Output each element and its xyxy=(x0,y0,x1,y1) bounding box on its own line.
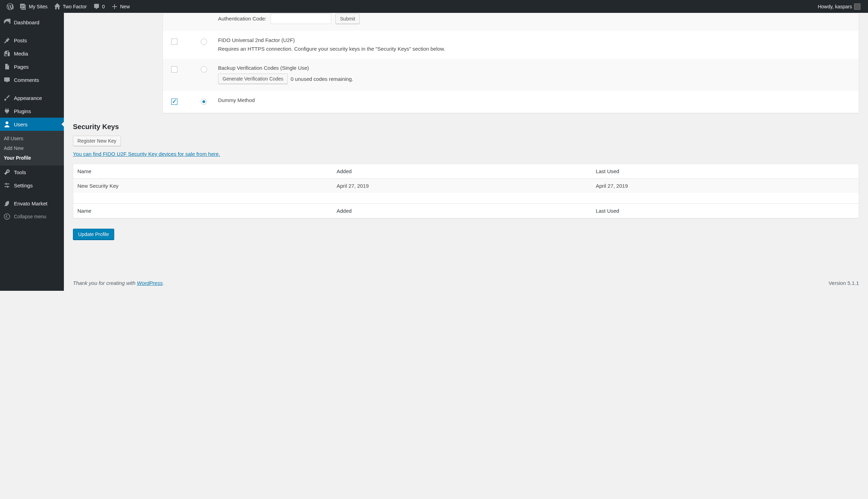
dummy-title: Dummy Method xyxy=(218,97,850,103)
menu-pages[interactable]: Pages xyxy=(0,60,64,73)
col-lastused[interactable]: Last Used xyxy=(596,168,619,174)
method-row-authcode: Authentication Code: Submit xyxy=(163,13,859,31)
menu-label: Dashboard xyxy=(14,19,39,25)
primary-dummy-radio[interactable] xyxy=(201,99,207,105)
primary-u2f-radio[interactable] xyxy=(201,39,207,45)
media-icon xyxy=(3,50,10,57)
backup-title: Backup Verification Codes (Single Use) xyxy=(218,65,850,71)
howdy-text: Howdy, kaspars xyxy=(818,4,852,9)
plus-icon xyxy=(111,3,118,10)
menu-dashboard[interactable]: Dashboard xyxy=(0,16,64,29)
menu-envato[interactable]: Envato Market xyxy=(0,197,64,210)
collapse-label: Collapse menu xyxy=(14,214,46,219)
menu-label: Users xyxy=(14,121,27,127)
u2f-desc: Requires an HTTPS connection. Configure … xyxy=(218,46,850,52)
submit-button[interactable]: Submit xyxy=(335,14,360,24)
admin-bar: My Sites Two Factor 0 New Howdy, kaspars xyxy=(0,0,868,13)
menu-users[interactable]: Users xyxy=(0,118,64,131)
admin-sidebar: Dashboard Posts Media Pages Comments App… xyxy=(0,13,64,291)
two-factor-methods-table: Authentication Code: Submit FIDO Univers… xyxy=(162,13,859,113)
col-added[interactable]: Added xyxy=(336,168,351,174)
leaf-icon xyxy=(3,200,10,207)
home-icon xyxy=(54,3,61,10)
sliders-icon xyxy=(3,182,10,189)
security-keys-heading: Security Keys xyxy=(73,123,859,131)
menu-label: Plugins xyxy=(14,108,31,114)
comments-bubble[interactable]: 0 xyxy=(90,0,108,13)
security-keys-table: Name Added Last Used New Security Key Ap… xyxy=(73,164,859,218)
menu-label: Comments xyxy=(14,77,39,83)
comment-icon xyxy=(3,76,10,83)
version-text: Version 5.1.1 xyxy=(828,280,859,286)
menu-label: Appearance xyxy=(14,95,42,101)
enable-backup-checkbox[interactable] xyxy=(171,66,177,73)
menu-media[interactable]: Media xyxy=(0,47,64,60)
menu-label: Envato Market xyxy=(14,201,48,206)
footer-period: . xyxy=(162,280,164,286)
menu-label: Pages xyxy=(14,64,29,70)
user-icon xyxy=(3,121,10,128)
account-link[interactable]: Howdy, kaspars xyxy=(815,0,863,13)
my-sites-label: My Sites xyxy=(29,4,48,9)
update-profile-button[interactable]: Update Profile xyxy=(73,229,114,240)
col-name[interactable]: Name xyxy=(77,208,91,214)
footer-thanks: Thank you for creating with xyxy=(73,280,137,286)
auth-code-input[interactable] xyxy=(270,13,331,24)
brush-icon xyxy=(3,94,10,101)
site-name: Two Factor xyxy=(63,4,87,9)
backup-status: 0 unused codes remaining. xyxy=(291,76,353,82)
wp-logo[interactable] xyxy=(3,0,17,13)
new-label: New xyxy=(120,4,130,9)
menu-comments[interactable]: Comments xyxy=(0,73,64,86)
table-row: New Security Key April 27, 2019 April 27… xyxy=(73,179,859,203)
col-name[interactable]: Name xyxy=(77,168,91,174)
u2f-title: FIDO Universal 2nd Factor (U2F) xyxy=(218,37,850,43)
submenu-add-new[interactable]: Add New xyxy=(0,143,64,153)
comment-icon xyxy=(93,3,100,10)
generate-codes-button[interactable]: Generate Verification Codes xyxy=(218,74,288,84)
enable-u2f-checkbox[interactable] xyxy=(171,39,177,45)
key-name: New Security Key xyxy=(77,183,118,189)
avatar xyxy=(854,3,860,10)
method-row-u2f: FIDO Universal 2nd Factor (U2F) Requires… xyxy=(163,31,859,59)
wordpress-link[interactable]: WordPress xyxy=(137,280,162,286)
admin-footer: Thank you for creating with WordPress. V… xyxy=(64,275,868,291)
register-key-button[interactable]: Register New Key xyxy=(73,136,121,146)
svg-point-0 xyxy=(4,214,10,219)
submenu-your-profile[interactable]: Your Profile xyxy=(0,153,64,163)
pin-icon xyxy=(3,37,10,44)
menu-settings[interactable]: Settings xyxy=(0,179,64,192)
key-lastused: April 27, 2019 xyxy=(596,183,628,189)
plug-icon xyxy=(3,108,10,115)
submenu-all-users[interactable]: All Users xyxy=(0,134,64,143)
auth-code-label: Authentication Code: xyxy=(218,16,266,22)
menu-tools[interactable]: Tools xyxy=(0,166,64,179)
menu-label: Settings xyxy=(14,183,33,188)
fido-shop-link[interactable]: You can find FIDO U2F Security Key devic… xyxy=(73,151,220,157)
menu-plugins[interactable]: Plugins xyxy=(0,104,64,118)
main-content: Authentication Code: Submit FIDO Univers… xyxy=(64,13,868,291)
method-row-dummy: Dummy Method xyxy=(163,91,859,113)
enable-dummy-checkbox[interactable] xyxy=(171,99,177,105)
dashboard-icon xyxy=(3,19,10,26)
menu-appearance[interactable]: Appearance xyxy=(0,91,64,104)
primary-backup-radio[interactable] xyxy=(201,66,207,73)
comment-count: 0 xyxy=(102,4,105,9)
submenu-users: All Users Add New Your Profile xyxy=(0,131,64,166)
my-sites[interactable]: My Sites xyxy=(17,0,51,13)
new-content[interactable]: New xyxy=(108,0,133,13)
menu-label: Tools xyxy=(14,169,26,175)
collapse-icon xyxy=(3,213,10,220)
wordpress-icon xyxy=(7,3,14,10)
menu-posts[interactable]: Posts xyxy=(0,34,64,47)
menu-label: Media xyxy=(14,51,28,57)
col-added[interactable]: Added xyxy=(336,208,351,214)
site-link[interactable]: Two Factor xyxy=(51,0,90,13)
method-row-backup: Backup Verification Codes (Single Use) G… xyxy=(163,59,859,91)
wrench-icon xyxy=(3,169,10,176)
key-added: April 27, 2019 xyxy=(336,183,369,189)
page-icon xyxy=(3,63,10,70)
col-lastused[interactable]: Last Used xyxy=(596,208,619,214)
collapse-menu[interactable]: Collapse menu xyxy=(0,210,64,223)
multisite-icon xyxy=(20,3,27,10)
